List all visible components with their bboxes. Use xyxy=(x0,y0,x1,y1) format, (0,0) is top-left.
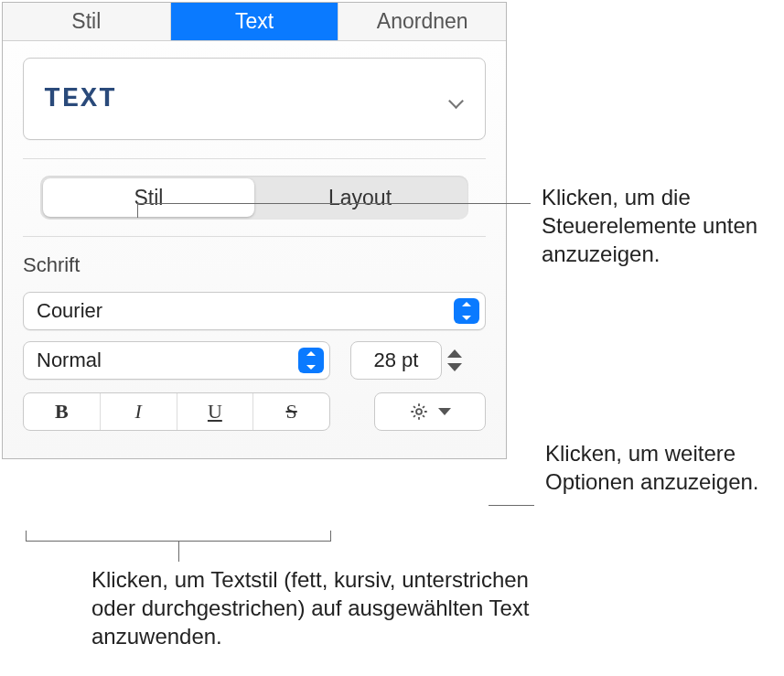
font-size-stepper xyxy=(446,341,466,380)
font-weight-popup[interactable]: Normal xyxy=(23,341,330,380)
italic-button[interactable]: I xyxy=(101,393,177,430)
callout-text: Klicken, um die Steuerelemente unten anz… xyxy=(542,183,775,269)
strikethrough-button[interactable]: S xyxy=(253,393,329,430)
stepper-down[interactable] xyxy=(447,363,462,371)
callout-text: Klicken, um weitere Optionen anzuzeigen. xyxy=(545,439,774,496)
callout-line xyxy=(489,505,534,506)
tab-text[interactable]: Text xyxy=(171,3,339,40)
text-style-row: B I U S xyxy=(23,392,486,431)
stepper-up[interactable] xyxy=(447,349,462,358)
text-inspector-panel: Stil Text Anordnen TEXT Stil Layout Schr… xyxy=(2,2,507,459)
font-family-popup[interactable]: Courier xyxy=(23,292,486,330)
font-size-group: 28 pt xyxy=(350,341,466,380)
tab-anordnen[interactable]: Anordnen xyxy=(338,3,506,40)
bold-button[interactable]: B xyxy=(24,393,101,430)
callout-text: Klicken, um Textstil (fett, kursiv, unte… xyxy=(91,565,531,651)
chevron-down-icon xyxy=(446,93,465,104)
font-size-field[interactable]: 28 pt xyxy=(350,341,442,380)
gear-icon xyxy=(409,402,429,422)
schrift-label: Schrift xyxy=(23,253,486,277)
stil-layout-segmented: Stil Layout xyxy=(40,176,468,220)
paragraph-style-popup[interactable]: TEXT xyxy=(23,58,486,140)
divider xyxy=(23,158,486,159)
font-weight-value: Normal xyxy=(37,349,102,372)
chevron-down-icon xyxy=(438,408,451,415)
font-family-value: Courier xyxy=(37,299,102,323)
seg-stil[interactable]: Stil xyxy=(43,178,254,217)
panel-body: TEXT Stil Layout Schrift Courier Normal … xyxy=(3,41,506,458)
paragraph-style-label: TEXT xyxy=(44,83,117,114)
top-tab-bar: Stil Text Anordnen xyxy=(3,3,506,41)
popup-arrows-icon xyxy=(454,298,479,324)
advanced-options-button[interactable] xyxy=(374,392,486,431)
divider xyxy=(23,236,486,237)
underline-button[interactable]: U xyxy=(177,393,254,430)
svg-point-0 xyxy=(416,409,422,414)
callout-line xyxy=(137,203,531,204)
callout-line xyxy=(178,542,179,562)
tab-stil[interactable]: Stil xyxy=(3,3,171,40)
callout-bracket xyxy=(26,531,331,542)
font-weight-size-row: Normal 28 pt xyxy=(23,341,486,380)
seg-layout[interactable]: Layout xyxy=(254,178,466,217)
popup-arrows-icon xyxy=(298,348,324,373)
text-style-buttons: B I U S xyxy=(23,392,330,431)
callout-line xyxy=(137,203,138,218)
